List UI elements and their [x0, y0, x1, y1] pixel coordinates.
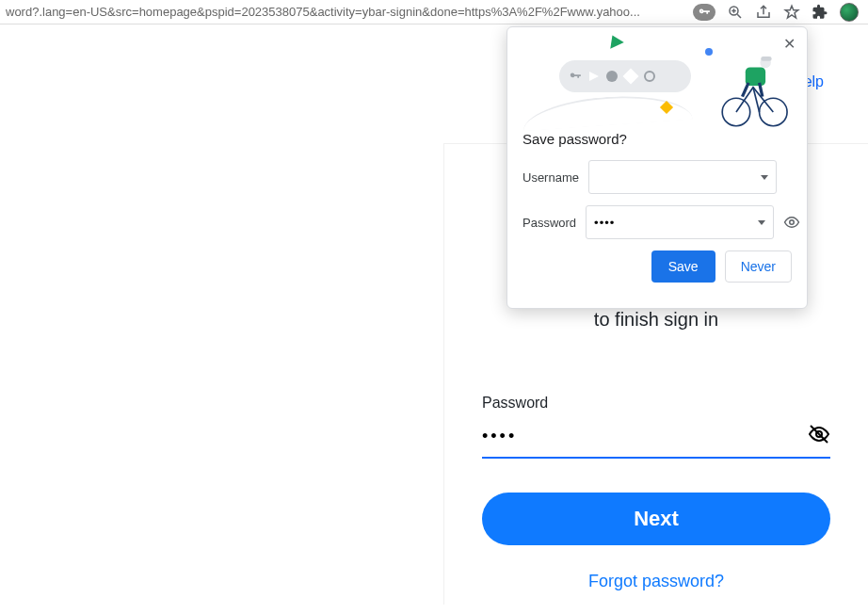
username-row: Username — [522, 160, 792, 194]
save-button[interactable]: Save — [651, 250, 715, 283]
bookmark-star-icon[interactable] — [783, 4, 800, 21]
extensions-puzzle-icon[interactable] — [812, 4, 828, 21]
svg-point-7 — [760, 98, 788, 126]
dot-decoration-icon — [705, 48, 713, 56]
password-row: Password — [522, 205, 792, 239]
finish-signin-text: to finish sign in — [482, 309, 830, 331]
hide-password-icon[interactable] — [808, 423, 830, 449]
share-icon[interactable] — [755, 4, 772, 21]
triangle-decoration-icon — [605, 32, 624, 49]
password-pill-illustration — [559, 60, 691, 92]
browser-address-bar: word?.lang=en-US&src=homepage&pspid=2023… — [0, 0, 868, 24]
never-button[interactable]: Never — [725, 250, 792, 283]
username-dropdown[interactable] — [588, 160, 777, 194]
popup-password-input[interactable] — [594, 216, 752, 230]
save-password-popup: ✕ Save password? Username — [506, 26, 808, 309]
popup-actions: Save Never — [522, 250, 792, 283]
password-field-row — [482, 417, 830, 459]
key-icon[interactable] — [693, 4, 715, 21]
password-label: Password — [482, 395, 830, 412]
svg-point-6 — [722, 98, 750, 126]
popup-password-label: Password — [522, 216, 576, 230]
password-input[interactable] — [482, 425, 808, 448]
svg-rect-11 — [761, 57, 771, 61]
chevron-down-icon[interactable] — [758, 220, 765, 225]
svg-line-1 — [737, 14, 741, 18]
username-label: Username — [522, 170, 579, 185]
username-input[interactable] — [597, 170, 755, 185]
popup-illustration — [507, 27, 807, 131]
cyclist-illustration-icon — [715, 52, 792, 129]
chevron-down-icon[interactable] — [761, 175, 768, 180]
profile-avatar[interactable] — [840, 3, 859, 22]
password-dropdown[interactable] — [586, 205, 774, 239]
show-password-icon[interactable] — [783, 214, 800, 231]
zoom-icon[interactable] — [727, 4, 744, 21]
forgot-password-link[interactable]: Forgot password? — [482, 572, 830, 591]
next-button[interactable]: Next — [482, 493, 830, 545]
svg-point-12 — [790, 220, 795, 225]
page-url[interactable]: word?.lang=en-US&src=homepage&pspid=2023… — [6, 5, 640, 19]
popup-title: Save password? — [522, 131, 792, 147]
browser-toolbar-icons — [693, 3, 862, 22]
